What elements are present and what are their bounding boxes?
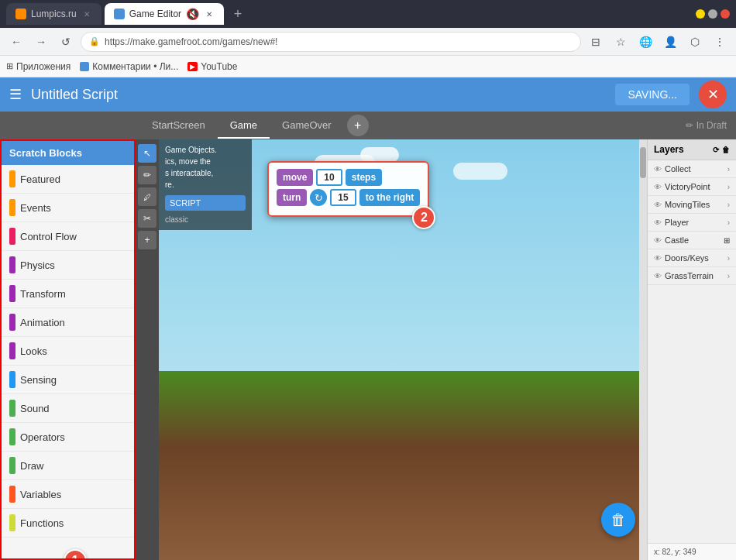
- pencil-tool[interactable]: ✏: [138, 166, 156, 184]
- vertical-scrollbar[interactable]: [639, 139, 647, 560]
- sidebar-item-sound[interactable]: Sound: [2, 394, 134, 423]
- scroll-thumb[interactable]: [640, 147, 646, 178]
- layers-delete-icon[interactable]: 🗑: [722, 146, 730, 154]
- sidebar-item-variables[interactable]: Variables: [2, 480, 134, 509]
- tab-gameover[interactable]: GameOver: [270, 113, 344, 139]
- tab-game[interactable]: Game: [218, 113, 270, 139]
- eye-icon-moving: 👁: [654, 201, 662, 209]
- sidebar-item-physics[interactable]: Physics: [2, 251, 134, 280]
- grid-castle: ⊞: [724, 236, 730, 245]
- delete-fab-button[interactable]: 🗑: [601, 503, 635, 537]
- sidebar-item-functions[interactable]: Functions: [2, 509, 134, 538]
- bookmark-youtube[interactable]: ▶ YouTube: [187, 61, 237, 72]
- coord-display: x: 82, y: 349: [648, 543, 736, 560]
- add-tab-button[interactable]: +: [347, 115, 369, 136]
- control-flow-dot: [9, 228, 15, 245]
- sidebar-label-transform: Transform: [20, 288, 66, 300]
- sidebar: Scratch Blocks Featured Events Control F…: [0, 139, 136, 560]
- profile-icon[interactable]: 👤: [660, 32, 680, 52]
- sidebar-item-draw[interactable]: Draw: [2, 452, 134, 480]
- forward-button[interactable]: →: [31, 32, 51, 52]
- bookmark-apps[interactable]: ⊞ Приложения: [6, 61, 71, 72]
- game-editor-tab-close[interactable]: ✕: [204, 9, 215, 19]
- cloud-3: [453, 163, 507, 180]
- app-title: Untitled Script: [31, 87, 606, 103]
- browser-toolbar: ← → ↺ 🔒 https://make.gamefroot.com/games…: [0, 28, 736, 56]
- animation-dot: [9, 314, 15, 331]
- steps-keyword: steps: [346, 169, 382, 186]
- new-tab-button[interactable]: +: [227, 3, 249, 25]
- more-icon[interactable]: ⋮: [710, 32, 730, 52]
- layer-label-moving: MovingTiles: [665, 200, 710, 209]
- eye-icon-collect: 👁: [654, 165, 662, 173]
- chevron-victory: ›: [727, 183, 730, 191]
- address-bar[interactable]: 🔒 https://make.gamefroot.com/games/new#!: [81, 32, 581, 52]
- layers-refresh-icon[interactable]: ⟳: [713, 146, 719, 154]
- main-content: Scratch Blocks Featured Events Control F…: [0, 139, 736, 560]
- sidebar-item-animation[interactable]: Animation: [2, 308, 134, 337]
- maximize-button[interactable]: [708, 9, 717, 19]
- bookmark-icon[interactable]: ☆: [610, 32, 631, 52]
- events-dot: [9, 199, 15, 216]
- bookmark-comments[interactable]: Комментарии • Ли...: [80, 61, 178, 72]
- layer-grass-terrain[interactable]: 👁 GrassTerrain ›: [648, 267, 736, 285]
- select-tool[interactable]: ↖: [138, 144, 156, 163]
- layer-castle[interactable]: 👁 Castle ⊞: [648, 232, 736, 249]
- tab-startscreen[interactable]: StartScreen: [139, 113, 218, 139]
- cast-icon[interactable]: ⊟: [586, 32, 606, 52]
- hamburger-icon[interactable]: ☰: [9, 86, 22, 103]
- variables-dot: [9, 486, 15, 503]
- script-button[interactable]: SCRIPT: [165, 195, 246, 211]
- add-tool[interactable]: +: [138, 231, 156, 249]
- turn-num[interactable]: 15: [330, 189, 356, 206]
- refresh-button[interactable]: ↺: [56, 32, 76, 52]
- sidebar-item-control-flow[interactable]: Control Flow: [2, 222, 134, 251]
- sidebar-item-looks[interactable]: Looks: [2, 337, 134, 366]
- layer-doors-keys[interactable]: 👁 Doors/Keys ›: [648, 249, 736, 267]
- layer-label-castle: Castle: [665, 235, 689, 245]
- eye-icon-castle: 👁: [654, 236, 662, 245]
- scissors-tool[interactable]: ✂: [138, 209, 156, 228]
- layer-label-player: Player: [665, 218, 689, 227]
- close-app-button[interactable]: ✕: [699, 81, 727, 108]
- translate-icon[interactable]: 🌐: [635, 32, 655, 52]
- layer-player[interactable]: 👁 Player ›: [648, 214, 736, 232]
- layer-collect[interactable]: 👁 Collect ›: [648, 160, 736, 178]
- chevron-grass: ›: [727, 272, 730, 280]
- lumpics-tab-close[interactable]: ✕: [81, 9, 92, 19]
- browser-chrome: Lumpics.ru ✕ Game Editor 🔇 ✕ + ← → ↺ 🔒 h…: [0, 0, 736, 77]
- sidebar-label-sensing: Sensing: [20, 374, 57, 386]
- game-editor-favicon: [114, 9, 125, 19]
- tab-lumpics[interactable]: Lumpics.ru ✕: [6, 3, 101, 25]
- lumpics-favicon: [15, 9, 26, 19]
- sidebar-header: Scratch Blocks: [2, 141, 134, 165]
- annotation-badge-1: 1: [64, 549, 87, 560]
- chevron-collect: ›: [727, 165, 730, 173]
- layers-header: Layers ⟳ 🗑: [648, 139, 736, 160]
- sidebar-item-featured[interactable]: Featured: [2, 165, 134, 194]
- tool-panel: ↖ ✏ 🖊 ✂ +: [136, 139, 159, 560]
- sidebar-item-operators[interactable]: Operators: [2, 423, 134, 452]
- layer-label-collect: Collect: [665, 164, 691, 173]
- tab-game-editor[interactable]: Game Editor 🔇 ✕: [105, 3, 224, 25]
- minimize-button[interactable]: [696, 9, 705, 19]
- right-keyword: to the right: [359, 189, 421, 206]
- move-num[interactable]: 10: [316, 169, 342, 186]
- back-button[interactable]: ←: [6, 32, 26, 52]
- functions-dot: [9, 514, 15, 531]
- sidebar-item-events[interactable]: Events: [2, 194, 134, 222]
- sidebar-item-transform[interactable]: Transform: [2, 280, 134, 308]
- draft-label[interactable]: ✏ In Draft: [686, 120, 727, 131]
- close-window-button[interactable]: [721, 9, 730, 19]
- turn-keyword: turn: [277, 189, 307, 206]
- sidebar-item-sensing[interactable]: Sensing: [2, 366, 134, 394]
- chevron-doors: ›: [727, 254, 730, 263]
- pen-tool[interactable]: 🖊: [138, 187, 156, 206]
- layer-label-victory: VictoryPoint: [665, 182, 710, 191]
- layer-victory-point[interactable]: 👁 VictoryPoint ›: [648, 178, 736, 196]
- toolbar-icons: ⊟ ☆ 🌐 👤 ⬡ ⋮: [586, 32, 730, 52]
- sidebar-label-looks: Looks: [20, 345, 47, 357]
- extensions-icon[interactable]: ⬡: [685, 32, 705, 52]
- layer-moving-tiles[interactable]: 👁 MovingTiles ›: [648, 196, 736, 214]
- saving-button[interactable]: SAVING...: [615, 84, 690, 105]
